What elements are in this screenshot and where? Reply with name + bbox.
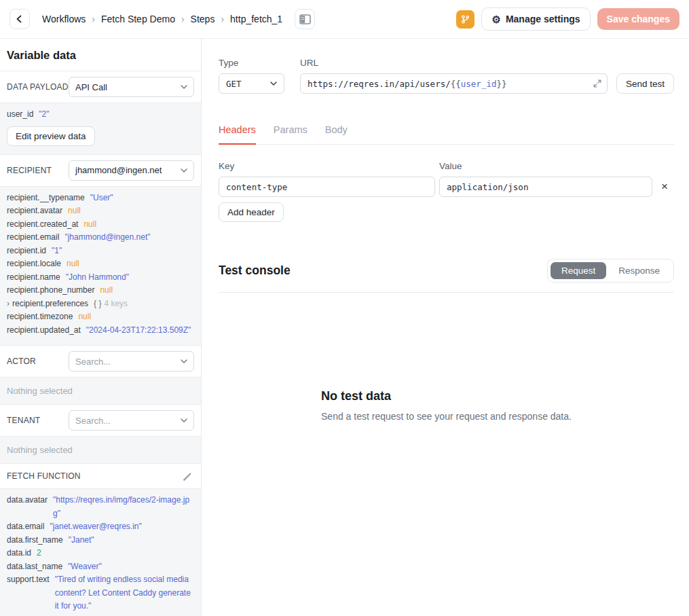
variable-key: data.avatar	[7, 494, 48, 507]
variable-key: recipient.locale	[7, 257, 61, 271]
variable-value: "User"	[90, 192, 194, 205]
breadcrumb-item[interactable]: Fetch Step Demo	[101, 14, 175, 24]
actor-select[interactable]: Search...	[69, 351, 194, 372]
variable-key: data.first_name	[7, 534, 63, 547]
breadcrumb-separator: ›	[92, 14, 95, 24]
variable-value: "https://contentcaddy.io?utm_source=reqr…	[51, 613, 194, 616]
empty-state-title: No test data	[321, 389, 572, 403]
tab[interactable]: Params	[274, 124, 308, 145]
variable-value: null	[67, 257, 194, 271]
edit-preview-data-button[interactable]: Edit preview data	[7, 126, 95, 146]
expand-url-button[interactable]	[593, 79, 601, 88]
variable-value: "John Hammond"	[66, 271, 194, 285]
url-label: URL	[300, 58, 608, 68]
variable-key: support.text	[7, 573, 50, 587]
variable-row: data.avatar "https://reqres.in/img/faces…	[7, 494, 194, 520]
breadcrumb-item[interactable]: http_fetch_1	[230, 14, 282, 24]
toggle-option[interactable]: Request	[551, 262, 606, 279]
top-header: Workflows › Fetch Step Demo › Steps › ht…	[0, 0, 689, 39]
variable-row: data.id 2	[7, 547, 194, 560]
sidebar-toggle-button[interactable]	[295, 9, 315, 29]
data-payload-selected: API Call	[75, 82, 107, 92]
method-select[interactable]: GET	[219, 73, 284, 94]
variable-value: "1"	[52, 244, 194, 258]
chevron-down-icon	[181, 85, 187, 89]
breadcrumb-item[interactable]: Steps	[191, 14, 215, 24]
variable-value: { }4 keys	[94, 297, 194, 311]
variable-key: recipient.preferences	[12, 297, 88, 311]
variable-row: support.text "Tired of writing endless s…	[7, 573, 194, 613]
variable-value: null	[78, 310, 194, 324]
variable-key: recipient.timezone	[7, 310, 73, 324]
url-input[interactable]: https://reqres.in/api/users/{{user_id}}	[300, 73, 608, 94]
variable-row: recipient.timezone null	[7, 310, 194, 324]
variable-value: "jhammond@ingen.net"	[64, 231, 194, 244]
tab[interactable]: Headers	[219, 124, 256, 145]
chevron-down-icon	[181, 359, 187, 363]
sidebar-title: Variable data	[0, 39, 201, 71]
variable-key: data.id	[7, 547, 31, 560]
expand-chevron-icon[interactable]: ›	[7, 297, 10, 311]
step-editor-main: Type GET URL https://reqres.in/api/users…	[202, 39, 689, 616]
variable-row: recipient.name "John Hammond"	[7, 271, 194, 285]
header-key-input[interactable]: content-type	[219, 177, 435, 197]
variable-key: recipient.updated_at	[7, 324, 81, 338]
send-test-button[interactable]: Send test	[616, 73, 674, 94]
add-header-button[interactable]: Add header	[219, 202, 284, 222]
data-payload-select[interactable]: API Call	[69, 77, 194, 97]
pencil-icon	[182, 471, 193, 482]
tenant-select[interactable]: Search...	[69, 410, 194, 431]
variable-value: "janet.weaver@reqres.in"	[50, 520, 194, 534]
gear-icon: ⚙	[491, 14, 500, 24]
close-icon: ×	[661, 180, 668, 193]
variable-value: 2	[37, 547, 194, 560]
breadcrumb-item[interactable]: Workflows	[42, 14, 86, 24]
variable-value: "2024-04-23T17:22:13.509Z"	[86, 324, 194, 338]
variable-key: recipient.avatar	[7, 204, 62, 218]
toggle-option[interactable]: Response	[608, 262, 671, 279]
empty-state-subtitle: Send a test request to see your request …	[321, 411, 572, 422]
fetch-function-label: FETCH FUNCTION	[7, 471, 81, 481]
url-value: https://reqres.in/api/users/{{user_id}}	[308, 79, 507, 89]
tenant-label: TENANT	[7, 416, 40, 425]
workflow-version-badge[interactable]	[456, 10, 474, 29]
save-changes-button[interactable]: Save changes	[597, 8, 679, 30]
variable-data-sidebar: Variable data DATA PAYLOAD API Call user…	[0, 39, 202, 616]
git-branch-icon	[460, 14, 470, 24]
type-label: Type	[219, 58, 284, 68]
remove-header-button[interactable]: ×	[656, 181, 671, 194]
recipient-select[interactable]: jhammond@ingen.net	[69, 160, 194, 181]
variable-row: recipient.email "jhammond@ingen.net"	[7, 231, 194, 244]
variable-row: recipient.phone_number null	[7, 284, 194, 297]
variable-value: "2"	[39, 108, 194, 122]
breadcrumb: Workflows › Fetch Step Demo › Steps › ht…	[42, 14, 282, 24]
manage-settings-button[interactable]: ⚙ Manage settings	[481, 7, 590, 31]
edit-fetch-function-button[interactable]	[181, 469, 194, 483]
variable-key: data.last_name	[7, 560, 62, 574]
recipient-selected: jhammond@ingen.net	[75, 165, 162, 175]
recipient-label: RECIPIENT	[7, 166, 52, 175]
variable-value: "Tired of writing endless social media c…	[55, 573, 194, 613]
variable-row: recipient.__typename "User"	[7, 192, 194, 205]
data-payload-label: DATA PAYLOAD	[7, 82, 69, 92]
variable-key: recipient.phone_number	[7, 284, 94, 297]
variable-value: "Janet"	[69, 534, 194, 547]
variable-value: null	[100, 284, 194, 297]
variable-key: recipient.name	[7, 271, 60, 285]
variable-row: › recipient.preferences { }4 keys	[7, 297, 194, 311]
actor-row: ACTOR Search...	[0, 346, 201, 377]
expand-icon	[593, 79, 601, 88]
panel-layout-icon	[299, 14, 311, 24]
variable-row: recipient.avatar null	[7, 204, 194, 218]
header-value-input[interactable]: application/json	[439, 177, 652, 197]
chevron-down-icon	[181, 168, 187, 173]
variable-key: recipient.email	[7, 231, 59, 244]
back-button[interactable]	[10, 9, 30, 29]
header-kv-row: content-type application/json ×	[219, 177, 674, 197]
variable-key: support.url	[7, 613, 45, 616]
tenant-placeholder: Search...	[75, 416, 111, 426]
tab[interactable]: Body	[325, 124, 348, 145]
variable-key: recipient.id	[7, 244, 46, 258]
variable-value: "https://reqres.in/img/faces/2-image.jpg…	[53, 494, 194, 520]
variable-value: null	[83, 218, 194, 232]
